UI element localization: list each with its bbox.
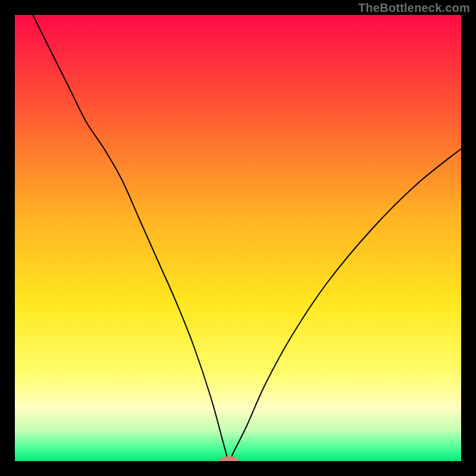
bottleneck-plot [15, 15, 461, 461]
gradient-background [15, 15, 461, 461]
watermark-text: TheBottleneck.com [358, 1, 470, 15]
chart-frame: TheBottleneck.com [0, 0, 476, 476]
